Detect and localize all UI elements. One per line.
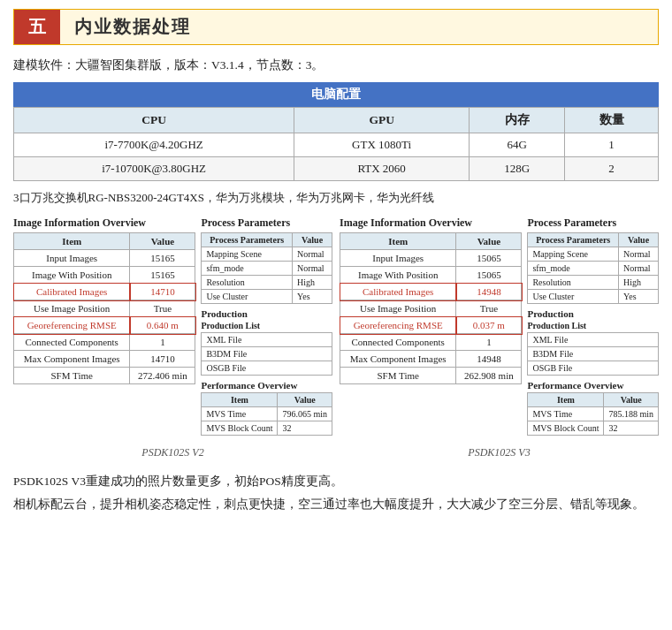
table-row: Input Images15065 bbox=[340, 250, 522, 267]
footer-text: PSDK102S V3重建成功的照片数量更多，初始POS精度更高。 相机标配云台… bbox=[13, 470, 659, 515]
table-row: Mapping SceneNormal bbox=[202, 247, 332, 262]
col-cpu: CPU bbox=[14, 108, 294, 133]
left-prod-table: XML FileB3DM FileOSGB File bbox=[201, 332, 332, 376]
right-image-overview: Image Information Overview Item Value In… bbox=[340, 216, 522, 436]
left-process-title: Process Parameters bbox=[201, 216, 332, 230]
right-info-table: Item Value Input Images15065Image With P… bbox=[340, 232, 522, 384]
list-item: B3DM File bbox=[528, 347, 659, 361]
left-perf-col1: Item bbox=[202, 393, 278, 407]
right-col-value: Value bbox=[456, 233, 522, 250]
section-header: 五 内业数据处理 bbox=[13, 9, 659, 45]
left-perf-col2: Value bbox=[278, 393, 332, 407]
left-psdk-label: PSDK102S V2 bbox=[13, 446, 332, 459]
left-image-overview: Image Information Overview Item Value In… bbox=[13, 216, 195, 436]
left-proc-col1: Process Parameters bbox=[202, 233, 293, 247]
footer-line2: 相机标配云台，提升相机姿态稳定性，刺点更快捷，空三通过率也大幅度提升，大大减少了… bbox=[13, 493, 659, 516]
table-row: MVS Block Count32 bbox=[202, 421, 332, 436]
subtitle: 建模软件：大疆智图集群版，版本：V3.1.4，节点数：3。 bbox=[13, 57, 659, 73]
list-item: XML File bbox=[528, 333, 659, 347]
config-table-title: 电脑配置 bbox=[13, 82, 659, 107]
table-row: sfm_modeNormal bbox=[202, 262, 332, 276]
footer-line1: PSDK102S V3重建成功的照片数量更多，初始POS精度更高。 bbox=[13, 470, 659, 493]
table-row: Input Images15165 bbox=[14, 250, 195, 267]
right-proc-col2: Value bbox=[619, 233, 659, 247]
table-row: Use Image PositionTrue bbox=[340, 300, 522, 317]
left-production-title: Production bbox=[201, 308, 332, 319]
table-row: Connected Components1 bbox=[340, 334, 522, 351]
left-col-value: Value bbox=[130, 233, 195, 250]
table-row: Mapping SceneNormal bbox=[528, 247, 659, 262]
left-perf-table: Item Value MVS Time796.065 minMVS Block … bbox=[201, 392, 332, 436]
left-info-table: Item Value Input Images15165Image With P… bbox=[13, 232, 195, 384]
table-row: Connected Components1 bbox=[14, 334, 195, 351]
section-number: 五 bbox=[14, 10, 60, 44]
left-prod-subtitle: Production List bbox=[201, 321, 332, 330]
table-row: Use Image PositionTrue bbox=[14, 300, 195, 317]
right-image-title: Image Information Overview bbox=[340, 216, 522, 230]
table-row: Use ClusterYes bbox=[528, 290, 659, 304]
table-row: Max Component Images14710 bbox=[14, 351, 195, 368]
table-row: Image With Position15165 bbox=[14, 267, 195, 284]
col-gpu: GPU bbox=[294, 108, 470, 133]
right-process-title: Process Parameters bbox=[527, 216, 659, 230]
right-production-title: Production bbox=[527, 308, 659, 319]
left-process-table: Process Parameters Value Mapping SceneNo… bbox=[201, 232, 332, 304]
table-row: ResolutionHigh bbox=[528, 276, 659, 290]
right-perf-col2: Value bbox=[604, 393, 659, 407]
col-count: 数量 bbox=[565, 108, 659, 133]
right-perf-title: Performance Overview bbox=[527, 380, 659, 391]
right-prod-table: XML FileB3DM FileOSGB File bbox=[527, 332, 659, 376]
list-item: OSGB File bbox=[202, 361, 332, 376]
image-section: Image Information Overview Item Value In… bbox=[13, 216, 659, 436]
switch-line: 3口万兆交换机RG-NBS3200-24GT4XS，华为万兆模块，华为万兆网卡，… bbox=[13, 190, 659, 206]
table-row: Georeferencing RMSE0.640 m bbox=[14, 317, 195, 334]
right-prod-subtitle: Production List bbox=[527, 321, 659, 330]
table-row: i7-10700K@3.80GHZRTX 2060128G2 bbox=[14, 157, 659, 181]
table-row: Calibrated Images14710 bbox=[14, 284, 195, 300]
right-params-col: Process Parameters Process Parameters Va… bbox=[527, 216, 659, 436]
right-column: Image Information Overview Item Value In… bbox=[340, 216, 659, 436]
table-row: ResolutionHigh bbox=[202, 276, 332, 290]
right-psdk-label: PSDK102S V3 bbox=[340, 446, 659, 459]
list-item: B3DM File bbox=[202, 347, 332, 361]
table-row: Calibrated Images14948 bbox=[340, 284, 522, 300]
table-row: SFM Time262.908 min bbox=[340, 368, 522, 384]
left-perf-title: Performance Overview bbox=[201, 380, 332, 391]
table-row: MVS Time785.188 min bbox=[528, 407, 659, 421]
left-params-col: Process Parameters Process Parameters Va… bbox=[201, 216, 332, 436]
list-item: OSGB File bbox=[528, 361, 659, 376]
table-row: Use ClusterYes bbox=[202, 290, 332, 304]
left-proc-col2: Value bbox=[293, 233, 332, 247]
computer-config-section: 电脑配置 CPU GPU 内存 数量 i7-7700K@4.20GHZGTX 1… bbox=[13, 82, 659, 181]
left-col-item: Item bbox=[14, 233, 130, 250]
table-row: i7-7700K@4.20GHZGTX 1080Ti64G1 bbox=[14, 133, 659, 157]
right-perf-table: Item Value MVS Time785.188 minMVS Block … bbox=[527, 392, 659, 436]
list-item: XML File bbox=[202, 333, 332, 347]
left-column: Image Information Overview Item Value In… bbox=[13, 216, 332, 436]
psdk-labels: PSDK102S V2 PSDK102S V3 bbox=[13, 446, 659, 459]
table-row: sfm_modeNormal bbox=[528, 262, 659, 276]
table-row: MVS Time796.065 min bbox=[202, 407, 332, 421]
col-memory: 内存 bbox=[470, 108, 565, 133]
right-proc-col1: Process Parameters bbox=[528, 233, 619, 247]
table-row: Max Component Images14948 bbox=[340, 351, 522, 368]
table-row: Georeferencing RMSE0.037 m bbox=[340, 317, 522, 334]
right-perf-col1: Item bbox=[528, 393, 604, 407]
table-row: SFM Time272.406 min bbox=[14, 368, 195, 384]
right-process-table: Process Parameters Value Mapping SceneNo… bbox=[527, 232, 659, 304]
table-row: MVS Block Count32 bbox=[528, 421, 659, 436]
right-col-item: Item bbox=[340, 233, 456, 250]
config-table: CPU GPU 内存 数量 i7-7700K@4.20GHZGTX 1080Ti… bbox=[13, 107, 659, 181]
table-row: Image With Position15065 bbox=[340, 267, 522, 284]
section-title: 内业数据处理 bbox=[60, 10, 205, 44]
left-image-title: Image Information Overview bbox=[13, 216, 195, 230]
